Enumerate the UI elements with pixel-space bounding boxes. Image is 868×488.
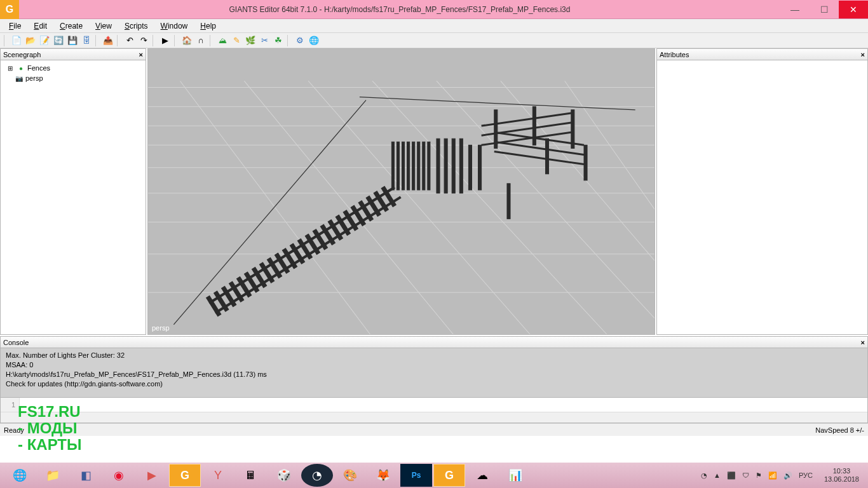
export-icon[interactable]: 📤 [102,34,114,47]
new-file-icon[interactable]: 📄 [10,34,23,47]
tray-lang[interactable]: РУС [799,471,813,479]
svg-rect-67 [545,139,548,173]
svg-rect-55 [459,139,463,193]
tray-network-icon[interactable]: 📶 [768,471,777,480]
save-all-icon[interactable]: 🗄 [80,34,93,47]
tray-nvidia-icon[interactable]: ⬛ [727,471,736,480]
magnet-icon[interactable]: ∩ [194,34,207,47]
tray-steam-icon[interactable]: ◔ [701,471,707,480]
taskbar-steam-icon[interactable]: ◔ [301,464,333,487]
tray-up-icon[interactable]: ▲ [714,471,721,479]
window-titlebar: G GIANTS Editor 64bit 7.1.0 - H:/karty/m… [0,0,868,19]
taskbar-paint-icon[interactable]: 🎨 [334,464,366,487]
taskbar-cube-icon[interactable]: 🎲 [268,464,300,487]
svg-rect-64 [494,110,498,149]
svg-line-14 [501,81,654,260]
menu-scripts[interactable]: Scripts [119,20,153,32]
refresh-icon[interactable]: 🔄 [52,34,65,47]
maximize-button[interactable]: ☐ [810,1,839,18]
scenegraph-item-persp[interactable]: 📷 persp [3,73,143,83]
taskbar-firefox-icon[interactable]: 🦊 [367,464,399,487]
status-navspeed: NavSpeed 8 +/- [815,426,864,434]
taskbar-app2-icon[interactable]: ◉ [103,464,135,487]
svg-rect-48 [412,142,415,190]
taskbar-calc-icon[interactable]: 🖩 [235,464,267,487]
window-title: GIANTS Editor 64bit 7.1.0 - H:/karty/mod… [19,5,780,14]
terrain-icon[interactable]: ⛰ [216,34,229,47]
menu-help[interactable]: Help [195,20,221,32]
menu-bar: File Edit Create View Scripts Window Hel… [0,19,868,33]
attributes-title: Attributes [660,51,689,58]
svg-rect-45 [397,142,399,190]
svg-rect-69 [507,184,510,219]
svg-rect-52 [437,139,440,193]
menu-file[interactable]: File [4,20,26,32]
toolbar: 📄 📂 📝 🔄 💾 🗄 📤 ↶ ↷ ▶ 🏠 ∩ ⛰ ✎ 🌿 ✂ ☘ ⚙ 🌐 [0,33,868,48]
scenegraph-panel: Scenegraph × ⊞ ● Fences 📷 persp [0,48,146,335]
tray-volume-icon[interactable]: 🔊 [783,471,792,480]
globe-icon[interactable]: 🌐 [308,34,320,47]
panel-close-icon[interactable]: × [861,51,865,58]
settings-icon[interactable]: ⚙ [294,34,306,47]
console-input[interactable] [20,398,867,412]
console-output: Max. Number of Lights Per Cluster: 32 MS… [1,348,867,398]
svg-rect-66 [571,110,574,149]
close-button[interactable]: ✕ [839,1,868,18]
tool1-icon[interactable]: ✂ [258,34,271,47]
scenegraph-item-fences[interactable]: ⊞ ● Fences [3,63,143,73]
edit-icon[interactable]: 📝 [38,34,51,47]
play-icon[interactable]: ▶ [159,34,172,47]
tray-clock[interactable]: 10:33 13.06.2018 [819,467,864,484]
svg-rect-50 [423,142,425,190]
console-title: Console [3,339,29,346]
menu-window[interactable]: Window [156,20,193,32]
camera-icon: 📷 [15,74,24,83]
redo-icon[interactable]: ↷ [137,34,150,47]
svg-line-16 [173,100,366,325]
taskbar-yandex-icon[interactable]: Y [202,464,234,487]
foliage-icon[interactable]: 🌿 [244,34,257,47]
brush-icon[interactable]: ✎ [230,34,243,47]
tray-shield-icon[interactable]: 🛡 [742,471,749,479]
viewport-canvas [148,49,654,335]
svg-rect-54 [452,139,455,193]
console-scrollbar[interactable] [1,412,867,423]
console-panel: Console × Max. Number of Lights Per Clus… [0,336,868,423]
svg-rect-51 [428,142,430,190]
minimize-button[interactable]: — [780,1,810,18]
open-file-icon[interactable]: 📂 [24,34,37,47]
menu-create[interactable]: Create [55,20,88,32]
home-icon[interactable]: 🏠 [180,34,193,47]
tray-flag-icon[interactable]: ⚑ [756,471,762,480]
taskbar-giants2-icon[interactable]: G [433,464,465,487]
svg-rect-46 [402,142,405,190]
taskbar-explorer-icon[interactable]: 📁 [37,464,69,487]
tool2-icon[interactable]: ☘ [272,34,285,47]
svg-rect-44 [391,142,394,190]
save-icon[interactable]: 💾 [66,34,79,47]
menu-view[interactable]: View [90,20,117,32]
taskbar-giants-icon[interactable]: G [169,464,201,487]
panel-close-icon[interactable]: × [139,51,143,58]
taskbar-photoshop-icon[interactable]: Ps [400,464,432,487]
taskbar-cloud-icon[interactable]: ☁ [466,464,498,487]
svg-rect-53 [444,139,447,193]
attributes-panel: Attributes × [656,48,868,335]
taskbar-app1-icon[interactable]: ◧ [70,464,102,487]
scenegraph-title: Scenegraph [3,51,41,58]
console-line: MSAA: 0 [6,360,862,370]
panel-close-icon[interactable]: × [861,339,865,346]
scenegraph-label: persp [25,74,43,82]
node-icon: ● [17,64,25,72]
console-line: Check for updates (http://gdn.giants-sof… [6,379,862,389]
menu-edit[interactable]: Edit [29,20,52,32]
expand-icon[interactable]: ⊞ [6,64,15,72]
undo-icon[interactable]: ↶ [123,34,136,47]
taskbar-media-icon[interactable]: ▶ [136,464,168,487]
taskbar-ie-icon[interactable]: 🌐 [4,464,36,487]
scenegraph-label: Fences [27,64,50,72]
viewport-3d[interactable]: persp [147,48,655,335]
svg-rect-68 [584,145,587,180]
windows-taskbar: 🌐 📁 ◧ ◉ ▶ G Y 🖩 🎲 ◔ 🎨 🦊 Ps G ☁ 📊 ◔ ▲ ⬛ 🛡… [0,463,868,488]
taskbar-monitor-icon[interactable]: 📊 [499,464,531,487]
